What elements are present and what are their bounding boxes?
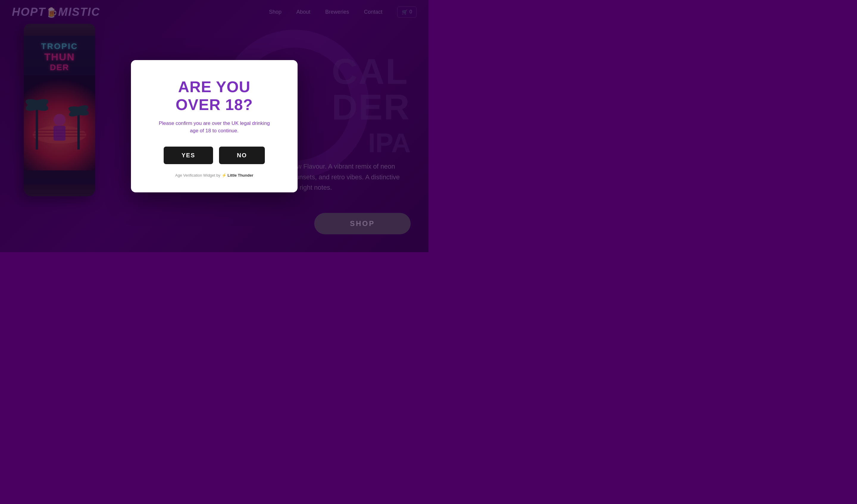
modal-buttons: YES NO (155, 146, 274, 164)
no-button[interactable]: NO (219, 146, 265, 164)
age-verification-modal: ARE YOU OVER 18? Please confirm you are … (131, 60, 298, 192)
age-verification-overlay: ARE YOU OVER 18? Please confirm you are … (0, 0, 428, 252)
modal-subtitle: Please confirm you are over the UK legal… (155, 120, 274, 135)
modal-title: ARE YOU OVER 18? (155, 78, 274, 114)
modal-footer: Age Verification Widget by ⚡ Little Thun… (155, 173, 274, 177)
modal-footer-prefix: Age Verification Widget by (175, 173, 220, 177)
thunder-icon: ⚡ (222, 173, 226, 177)
yes-button[interactable]: YES (164, 146, 213, 164)
modal-footer-brand: Little Thunder (228, 173, 254, 177)
